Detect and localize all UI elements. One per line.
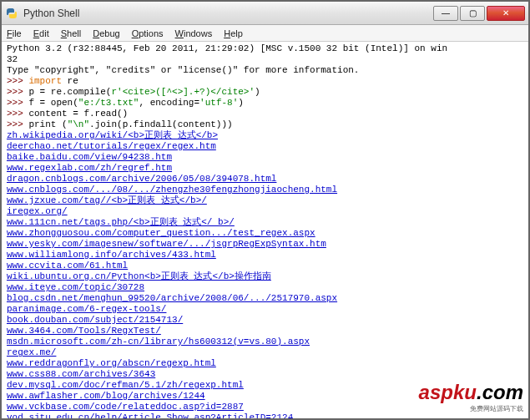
- output-line: www.111cn.net/tags.php/<b>正则表 达式</ b>/: [7, 217, 523, 228]
- watermark-logo: aspku.com: [419, 381, 523, 404]
- menu-help[interactable]: Help: [224, 28, 243, 38]
- output-line: www.jzxue.com/tag//<b>正则表 达式</b>/: [7, 195, 523, 206]
- output-line: www.cnblogs.com/.../08/.../zhengzhe30fen…: [7, 185, 523, 195]
- output: zh.wikipedia.org/wiki/<b>正则表 达式</b>deerc…: [7, 130, 523, 420]
- string-literal: r'<cite>([^<>].+?)</cite>': [111, 87, 255, 97]
- output-line: deerchao.net/tutorials/regex/regex.htm: [7, 141, 523, 152]
- string-literal: 'utf-8': [199, 98, 238, 108]
- output-line: baike.baidu.com/view/94238.htm: [7, 152, 523, 163]
- output-line: www.zhongguosou.com/computer_question...…: [7, 228, 523, 239]
- output-line: paranimage.com/6-regex-tools/: [7, 304, 523, 315]
- maximize-button[interactable]: ▢: [460, 6, 485, 21]
- output-line: wiki.ubuntu.org.cn/Python<b>正则表 达式</b>操作…: [7, 271, 523, 282]
- prompt: >>>: [7, 98, 28, 108]
- output-line: www.regexlab.com/zh/regref.htm: [7, 163, 523, 174]
- output-line: www.williamlong.info/archives/433.html: [7, 250, 523, 261]
- code-text: ): [255, 87, 260, 97]
- code-line: >>> f = open("e:/t3.txt", encoding='utf-…: [7, 98, 523, 109]
- code-text: ): [238, 98, 244, 108]
- output-line: book.douban.com/subject/2154713/: [7, 315, 523, 326]
- menu-windows[interactable]: Windows: [175, 28, 213, 38]
- prompt: >>>: [7, 119, 28, 129]
- output-line: blog.csdn.net/menghun_99520/archive/2008…: [7, 293, 523, 304]
- watermark-sub: 免费网站源码下载: [419, 404, 523, 413]
- prompt: >>>: [7, 87, 28, 97]
- menu-debug[interactable]: Debug: [93, 28, 119, 38]
- code-text: , encoding=: [139, 98, 199, 108]
- prompt: >>>: [7, 76, 28, 86]
- code-text: p = re.compile(: [28, 87, 111, 97]
- output-line: msdn.microsoft.com/zh-cn/library/hs60031…: [7, 337, 523, 347]
- header-line: Type "copyright", "credits" or "license(…: [7, 65, 523, 76]
- watermark: aspku.com 免费网站源码下载: [419, 381, 523, 413]
- output-line: www.iteye.com/topic/30728: [7, 282, 523, 293]
- minimize-button[interactable]: —: [433, 6, 458, 21]
- code-text: re: [62, 76, 78, 86]
- menu-options[interactable]: Options: [132, 28, 164, 38]
- output-line: www.ccvita.com/61.html: [7, 261, 523, 271]
- output-line: regex.me/: [7, 347, 523, 358]
- code-line: >>> p = re.compile(r'<cite>([^<>].+?)</c…: [7, 87, 523, 98]
- header-line: Python 3.2 (r32:88445, Feb 20 2011, 21:2…: [7, 43, 523, 54]
- output-line: dragon.cnblogs.com/archive/2006/05/08/39…: [7, 174, 523, 185]
- code-text: content = f.read(): [28, 109, 128, 119]
- python-icon: [5, 7, 18, 20]
- header-line: 32: [7, 54, 523, 65]
- output-line: www.reddragonfly.org/abscn/regexp.html: [7, 358, 523, 369]
- menubar: File Edit Shell Debug Options Windows He…: [2, 25, 528, 42]
- prompt: >>>: [7, 109, 28, 119]
- output-line: www.3464.com/Tools/RegxTest/: [7, 326, 523, 337]
- code-text: .join(p.findall(content))): [89, 119, 233, 129]
- code-line: >>> content = f.read(): [7, 109, 523, 119]
- code-text: print (: [28, 119, 67, 129]
- keyword: import: [28, 76, 62, 86]
- output-line: www.yesky.com/imagesnew/software/.../jsg…: [7, 239, 523, 250]
- code-text: f = open(: [28, 98, 78, 108]
- menu-shell[interactable]: Shell: [61, 28, 81, 38]
- output-line: iregex.org/: [7, 206, 523, 217]
- string-literal: "\n": [68, 119, 89, 129]
- window-buttons: — ▢ ✕: [432, 6, 525, 21]
- string-literal: "e:/t3.txt": [78, 98, 139, 108]
- code-line: >>> print ("\n".join(p.findall(content))…: [7, 119, 523, 130]
- window-title: Python Shell: [23, 8, 79, 19]
- shell-content[interactable]: Python 3.2 (r32:88445, Feb 20 2011, 21:2…: [2, 42, 528, 420]
- menu-edit[interactable]: Edit: [33, 28, 49, 38]
- output-line: vod.sjtu.edu.cn/help/Article_Show.asp?Ar…: [7, 412, 523, 420]
- titlebar[interactable]: Python Shell — ▢ ✕: [2, 2, 528, 25]
- output-line: zh.wikipedia.org/wiki/<b>正则表 达式</b>: [7, 130, 523, 141]
- menu-file[interactable]: File: [7, 28, 22, 38]
- output-line: www.css88.com/archives/3643: [7, 369, 523, 380]
- code-line: >>> import re: [7, 76, 523, 87]
- close-button[interactable]: ✕: [487, 6, 525, 21]
